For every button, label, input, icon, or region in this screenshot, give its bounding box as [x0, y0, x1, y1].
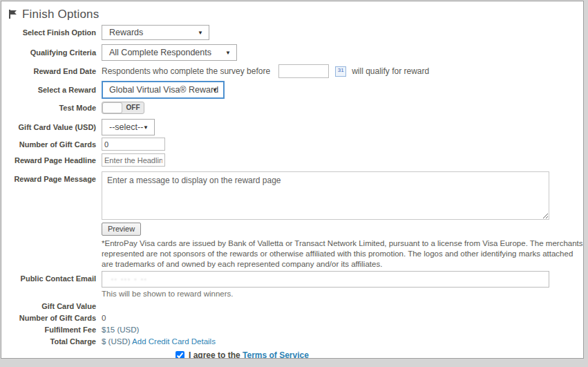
chevron-down-icon: ▼ [143, 124, 149, 131]
finish-flag-icon [8, 9, 17, 22]
total-charge-amount: $ (USD) [102, 337, 131, 346]
number-of-gift-cards-input[interactable] [102, 138, 165, 151]
summary-number-of-gift-cards-label: Number of Gift Cards [1, 314, 96, 322]
summary-fulfilment-fee-value: $15 (USD) [102, 326, 139, 334]
finish-option-selected-value: Rewards [109, 28, 143, 37]
gift-card-value-label: Gift Card Value (USD) [1, 123, 96, 131]
email-helper-text: This will be shown to reward winners. [102, 290, 549, 298]
summary-number-of-gift-cards-value: 0 [102, 314, 106, 322]
summary-total-charge-row: Total Charge $ (USD) Add Credit Card Det… [1, 337, 583, 346]
select-finish-option-label: Select Finish Option [1, 28, 96, 37]
terms-of-service-link[interactable]: Terms of Service [243, 350, 309, 359]
reward-page-headline-label: Reward Page Headline [1, 156, 96, 164]
preview-button-wrap: Preview [102, 222, 583, 236]
reward-end-date-suffix-text: will qualify for reward [352, 66, 429, 76]
reward-end-date-prefix-text: Respondents who complete the survey befo… [102, 66, 270, 76]
terms-agree-checkbox[interactable] [176, 351, 184, 359]
qualifying-criteria-select[interactable]: All Complete Respondents ▼ [102, 44, 237, 61]
summary-gift-card-value-label: Gift Card Value [1, 302, 96, 310]
select-a-reward-label: Select a Reward [1, 86, 96, 94]
finish-options-panel: Finish Options Select Finish Option Rewa… [1, 1, 584, 359]
row-select-a-reward: Select a Reward Global Virtual Visa® Rew… [1, 81, 583, 99]
reward-page-message-label: Reward Page Message [1, 175, 96, 183]
summary-gift-card-value-row: Gift Card Value [1, 302, 583, 310]
summary-total-charge-label: Total Charge [1, 337, 96, 346]
public-contact-email-input[interactable] [102, 271, 549, 288]
public-contact-email-label: Public Contact Email [1, 274, 96, 283]
agreement-row: I agree to the Terms of Service [176, 350, 583, 359]
test-mode-toggle[interactable]: OFF [102, 102, 144, 114]
row-reward-end-date: Reward End Date Respondents who complete… [1, 64, 583, 78]
reward-select[interactable]: Global Virtual Visa® Reward ▼ [102, 81, 225, 99]
chevron-down-icon: ▼ [212, 87, 218, 93]
row-gift-card-value: Gift Card Value (USD) --select-- ▼ [1, 119, 583, 135]
qualifying-criteria-selected-value: All Complete Respondents [109, 48, 211, 57]
reward-end-date-input[interactable] [278, 64, 329, 78]
number-of-gift-cards-label: Number of Gift Cards [1, 140, 96, 149]
row-reward-page-message: Reward Page Message [1, 171, 583, 220]
agreement-text: I agree to the Terms of Service [189, 350, 309, 359]
reward-end-date-label: Reward End Date [1, 67, 96, 75]
row-test-mode: Test Mode OFF [1, 102, 583, 114]
reward-selected-value: Global Virtual Visa® Reward [109, 85, 218, 95]
preview-button[interactable]: Preview [102, 223, 141, 236]
row-select-finish-option: Select Finish Option Rewards ▼ [1, 25, 583, 40]
qualifying-criteria-label: Qualifying Criteria [1, 48, 96, 57]
panel-header: Finish Options [1, 1, 583, 22]
row-number-of-gift-cards: Number of Gift Cards [1, 138, 583, 151]
public-contact-email-field: .. ... . .. This will be shown to reward… [102, 271, 549, 298]
add-credit-card-link[interactable]: Add Credit Card Details [132, 337, 216, 346]
summary-fulfilment-fee-row: Fulfilment Fee $15 (USD) [1, 326, 583, 334]
summary-number-of-gift-cards-row: Number of Gift Cards 0 [1, 314, 583, 322]
finish-options-form: Select Finish Option Rewards ▼ Qualifyin… [1, 22, 583, 359]
page-title: Finish Options [22, 8, 99, 21]
calendar-icon[interactable]: 31 [335, 66, 346, 77]
finish-option-select[interactable]: Rewards ▼ [102, 25, 209, 40]
agreement-text-prefix: I agree to the [189, 350, 240, 359]
test-mode-label: Test Mode [1, 104, 96, 112]
gift-card-value-selected: --select-- [109, 122, 143, 132]
toggle-knob [102, 102, 122, 113]
reward-page-message-textarea[interactable] [102, 171, 549, 220]
gift-card-value-select[interactable]: --select-- ▼ [102, 119, 155, 135]
reward-page-headline-input[interactable] [102, 153, 165, 167]
disclaimer-text: *EntroPay Visa cards are issued by Bank … [102, 238, 584, 270]
summary-total-charge-value: $ (USD) Add Credit Card Details [102, 337, 216, 346]
row-reward-page-headline: Reward Page Headline [1, 153, 583, 167]
calendar-icon-day: 31 [336, 67, 345, 74]
toggle-state-label: OFF [122, 102, 144, 113]
row-public-contact-email: Public Contact Email .. ... . .. This wi… [1, 271, 583, 298]
summary-fulfilment-fee-label: Fulfilment Fee [1, 326, 96, 334]
chevron-down-icon: ▼ [198, 30, 203, 36]
chevron-down-icon: ▼ [225, 50, 231, 56]
row-qualifying-criteria: Qualifying Criteria All Complete Respond… [1, 44, 583, 61]
